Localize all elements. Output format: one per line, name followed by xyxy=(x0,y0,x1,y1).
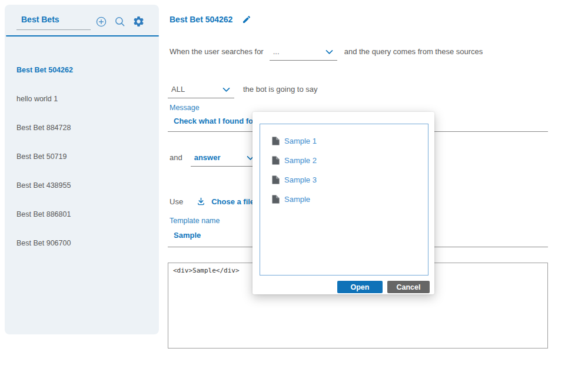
page-title-row: Best Bet 504262 xyxy=(170,14,252,25)
list-item-best-bet-884728[interactable]: Best Bet 884728 xyxy=(5,113,159,142)
search-row-suffix: and the query comes from these sources xyxy=(344,47,483,56)
search-terms-dropdown[interactable]: ... xyxy=(270,47,337,61)
file-item-sample[interactable]: Sample xyxy=(260,190,428,209)
download-icon xyxy=(197,197,205,206)
sidebar-toolbar xyxy=(95,15,145,28)
document-icon xyxy=(272,156,280,165)
search-icon xyxy=(114,16,125,27)
choose-file-row: Use Chose a file... xyxy=(170,197,261,206)
settings-gear-icon xyxy=(132,15,145,28)
sidebar-divider xyxy=(6,35,159,36)
search-terms-row: When the user searches for ... and the q… xyxy=(170,47,483,61)
search-row-prefix: When the user searches for xyxy=(170,47,264,56)
open-button[interactable]: Open xyxy=(337,281,383,293)
answer-dropdown[interactable]: answer xyxy=(191,153,258,167)
best-bets-sidebar: Best Bets xyxy=(5,5,159,334)
sources-dropdown[interactable]: ALL xyxy=(168,85,234,98)
file-item-sample-1[interactable]: Sample 1 xyxy=(260,131,428,151)
file-picker-dialog: Sample 1 Sample 2 Sample 3 Sample xyxy=(253,112,434,294)
file-item-sample-2[interactable]: Sample 2 xyxy=(260,151,428,170)
search-button[interactable] xyxy=(114,15,126,28)
message-field[interactable]: Check what I found for y xyxy=(174,117,263,125)
chevron-down-icon xyxy=(222,85,230,92)
document-icon xyxy=(272,137,280,145)
add-icon xyxy=(95,16,107,28)
dialog-buttons: Open Cancel xyxy=(337,281,430,293)
app-window: Best Bets xyxy=(0,0,588,365)
file-item-label: Sample xyxy=(284,195,310,204)
search-terms-dropdown-value: ... xyxy=(273,47,280,56)
sources-row-suffix: the bot is going to say xyxy=(243,85,317,94)
list-item-best-bet-438955[interactable]: Best Bet 438955 xyxy=(5,171,159,200)
pencil-edit-icon xyxy=(242,15,251,24)
document-icon xyxy=(272,175,280,184)
answer-row-prefix: and xyxy=(170,153,182,162)
page-title: Best Bet 504262 xyxy=(170,15,232,24)
file-item-label: Sample 3 xyxy=(284,175,317,184)
message-label: Message xyxy=(170,104,200,112)
add-button[interactable] xyxy=(95,15,107,28)
answer-row: and answer xyxy=(170,153,258,167)
sidebar-title: Best Bets xyxy=(16,15,91,30)
sources-dropdown-value: ALL xyxy=(171,85,185,94)
best-bets-list: Best Bet 504262 hello world 1 Best Bet 8… xyxy=(5,41,159,257)
list-item-hello-world-1[interactable]: hello world 1 xyxy=(5,84,159,113)
answer-dropdown-value: answer xyxy=(194,153,221,162)
list-item-best-bet-504262[interactable]: Best Bet 504262 xyxy=(5,55,159,84)
template-name-label: Template name xyxy=(170,217,220,225)
file-item-label: Sample 1 xyxy=(284,137,317,145)
sidebar-header: Best Bets xyxy=(16,15,145,30)
sources-row: ALL the bot is going to say xyxy=(168,85,317,98)
choose-file-prefix: Use xyxy=(170,197,183,206)
chevron-down-icon xyxy=(325,47,333,55)
settings-button[interactable] xyxy=(132,15,145,28)
cancel-button[interactable]: Cancel xyxy=(387,281,430,293)
edit-title-button[interactable] xyxy=(241,14,252,25)
document-icon xyxy=(272,195,280,204)
template-name-field[interactable]: Sample xyxy=(174,231,201,240)
file-item-sample-3[interactable]: Sample 3 xyxy=(260,170,428,190)
file-item-label: Sample 2 xyxy=(284,156,317,165)
list-item-best-bet-906700[interactable]: Best Bet 906700 xyxy=(5,228,159,257)
file-list: Sample 1 Sample 2 Sample 3 Sample xyxy=(260,124,428,276)
list-item-best-bet-50719[interactable]: Best Bet 50719 xyxy=(5,142,159,171)
list-item-best-bet-886801[interactable]: Best Bet 886801 xyxy=(5,200,159,228)
